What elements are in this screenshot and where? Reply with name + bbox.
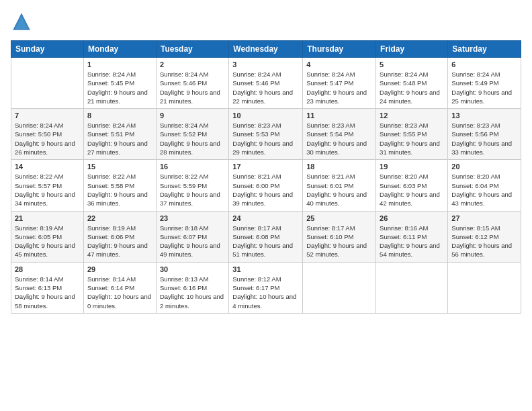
day-cell: 15Sunrise: 8:22 AMSunset: 5:58 PMDayligh… bbox=[83, 160, 156, 211]
day-cell bbox=[303, 262, 376, 313]
day-cell: 10Sunrise: 8:23 AMSunset: 5:53 PMDayligh… bbox=[229, 109, 303, 160]
day-info: Sunrise: 8:22 AMSunset: 5:59 PMDaylight:… bbox=[160, 172, 225, 208]
day-number: 1 bbox=[87, 60, 152, 68]
day-info: Sunrise: 8:19 AMSunset: 6:06 PMDaylight:… bbox=[87, 224, 152, 259]
day-cell: 14Sunrise: 8:22 AMSunset: 5:57 PMDayligh… bbox=[11, 160, 84, 211]
day-cell bbox=[448, 262, 521, 313]
day-info: Sunrise: 8:24 AMSunset: 5:50 PMDaylight:… bbox=[15, 121, 80, 156]
day-info: Sunrise: 8:20 AMSunset: 6:04 PMDaylight:… bbox=[451, 172, 517, 208]
day-cell: 25Sunrise: 8:17 AMSunset: 6:10 PMDayligh… bbox=[303, 211, 376, 262]
day-info: Sunrise: 8:18 AMSunset: 6:07 PMDaylight:… bbox=[160, 224, 225, 259]
day-cell: 22Sunrise: 8:19 AMSunset: 6:06 PMDayligh… bbox=[83, 211, 156, 262]
day-number: 31 bbox=[232, 265, 299, 273]
day-number: 23 bbox=[160, 214, 225, 222]
day-cell: 21Sunrise: 8:19 AMSunset: 6:05 PMDayligh… bbox=[11, 211, 84, 262]
day-info: Sunrise: 8:16 AMSunset: 6:11 PMDaylight:… bbox=[380, 224, 444, 259]
day-cell: 17Sunrise: 8:21 AMSunset: 6:00 PMDayligh… bbox=[229, 160, 303, 211]
day-number: 8 bbox=[87, 111, 152, 120]
day-number: 13 bbox=[451, 111, 517, 120]
week-row-5: 28Sunrise: 8:14 AMSunset: 6:13 PMDayligh… bbox=[11, 262, 521, 313]
day-cell: 30Sunrise: 8:13 AMSunset: 6:16 PMDayligh… bbox=[156, 262, 228, 313]
day-cell: 23Sunrise: 8:18 AMSunset: 6:07 PMDayligh… bbox=[156, 211, 228, 262]
day-info: Sunrise: 8:23 AMSunset: 5:54 PMDaylight:… bbox=[306, 121, 372, 156]
weekday-header-friday: Friday bbox=[376, 41, 448, 58]
day-number: 14 bbox=[15, 163, 80, 171]
day-cell: 3Sunrise: 8:24 AMSunset: 5:46 PMDaylight… bbox=[229, 58, 303, 109]
logo-icon bbox=[11, 11, 32, 32]
day-number: 2 bbox=[160, 60, 225, 68]
weekday-header-thursday: Thursday bbox=[303, 41, 376, 58]
day-cell bbox=[11, 58, 84, 109]
day-info: Sunrise: 8:13 AMSunset: 6:16 PMDaylight:… bbox=[160, 275, 225, 310]
day-number: 3 bbox=[232, 60, 299, 68]
day-cell: 4Sunrise: 8:24 AMSunset: 5:47 PMDaylight… bbox=[303, 58, 376, 109]
day-info: Sunrise: 8:17 AMSunset: 6:08 PMDaylight:… bbox=[232, 224, 299, 259]
day-cell: 24Sunrise: 8:17 AMSunset: 6:08 PMDayligh… bbox=[229, 211, 303, 262]
day-info: Sunrise: 8:24 AMSunset: 5:46 PMDaylight:… bbox=[160, 70, 225, 105]
weekday-header-tuesday: Tuesday bbox=[156, 41, 228, 58]
day-info: Sunrise: 8:14 AMSunset: 6:14 PMDaylight:… bbox=[87, 275, 152, 310]
day-info: Sunrise: 8:17 AMSunset: 6:10 PMDaylight:… bbox=[306, 224, 372, 259]
day-info: Sunrise: 8:20 AMSunset: 6:03 PMDaylight:… bbox=[380, 172, 444, 208]
day-number: 25 bbox=[306, 214, 372, 222]
day-number: 21 bbox=[15, 214, 80, 222]
day-number: 12 bbox=[380, 111, 444, 120]
day-number: 20 bbox=[451, 163, 517, 171]
day-number: 6 bbox=[451, 60, 517, 68]
logo bbox=[11, 11, 36, 32]
day-info: Sunrise: 8:24 AMSunset: 5:45 PMDaylight:… bbox=[87, 70, 152, 105]
day-info: Sunrise: 8:21 AMSunset: 6:00 PMDaylight:… bbox=[232, 172, 299, 208]
day-info: Sunrise: 8:24 AMSunset: 5:49 PMDaylight:… bbox=[451, 70, 517, 105]
day-info: Sunrise: 8:23 AMSunset: 5:56 PMDaylight:… bbox=[451, 121, 517, 156]
day-number: 9 bbox=[160, 111, 225, 120]
day-info: Sunrise: 8:22 AMSunset: 5:58 PMDaylight:… bbox=[87, 172, 152, 208]
day-cell: 12Sunrise: 8:23 AMSunset: 5:55 PMDayligh… bbox=[376, 109, 448, 160]
day-cell bbox=[376, 262, 448, 313]
day-cell: 26Sunrise: 8:16 AMSunset: 6:11 PMDayligh… bbox=[376, 211, 448, 262]
day-info: Sunrise: 8:14 AMSunset: 6:13 PMDaylight:… bbox=[15, 275, 80, 310]
weekday-header-wednesday: Wednesday bbox=[229, 41, 303, 58]
day-cell: 5Sunrise: 8:24 AMSunset: 5:48 PMDaylight… bbox=[376, 58, 448, 109]
calendar: SundayMondayTuesdayWednesdayThursdayFrid… bbox=[11, 40, 521, 314]
day-info: Sunrise: 8:19 AMSunset: 6:05 PMDaylight:… bbox=[15, 224, 80, 259]
day-cell: 18Sunrise: 8:21 AMSunset: 6:01 PMDayligh… bbox=[303, 160, 376, 211]
day-info: Sunrise: 8:24 AMSunset: 5:46 PMDaylight:… bbox=[232, 70, 299, 105]
day-cell: 11Sunrise: 8:23 AMSunset: 5:54 PMDayligh… bbox=[303, 109, 376, 160]
day-cell: 2Sunrise: 8:24 AMSunset: 5:46 PMDaylight… bbox=[156, 58, 228, 109]
day-info: Sunrise: 8:24 AMSunset: 5:52 PMDaylight:… bbox=[160, 121, 225, 156]
day-number: 11 bbox=[306, 111, 372, 120]
week-row-2: 7Sunrise: 8:24 AMSunset: 5:50 PMDaylight… bbox=[11, 109, 521, 160]
day-info: Sunrise: 8:23 AMSunset: 5:53 PMDaylight:… bbox=[232, 121, 299, 156]
day-info: Sunrise: 8:24 AMSunset: 5:51 PMDaylight:… bbox=[87, 121, 152, 156]
week-row-1: 1Sunrise: 8:24 AMSunset: 5:45 PMDaylight… bbox=[11, 58, 521, 109]
day-cell: 29Sunrise: 8:14 AMSunset: 6:14 PMDayligh… bbox=[83, 262, 156, 313]
day-number: 16 bbox=[160, 163, 225, 171]
day-info: Sunrise: 8:23 AMSunset: 5:55 PMDaylight:… bbox=[380, 121, 444, 156]
weekday-header-saturday: Saturday bbox=[448, 41, 521, 58]
day-number: 27 bbox=[451, 214, 517, 222]
day-cell: 16Sunrise: 8:22 AMSunset: 5:59 PMDayligh… bbox=[156, 160, 228, 211]
day-number: 18 bbox=[306, 163, 372, 171]
week-row-4: 21Sunrise: 8:19 AMSunset: 6:05 PMDayligh… bbox=[11, 211, 521, 262]
day-number: 7 bbox=[15, 111, 80, 120]
day-info: Sunrise: 8:21 AMSunset: 6:01 PMDaylight:… bbox=[306, 172, 372, 208]
day-number: 17 bbox=[232, 163, 299, 171]
day-number: 26 bbox=[380, 214, 444, 222]
day-number: 19 bbox=[380, 163, 444, 171]
day-cell: 9Sunrise: 8:24 AMSunset: 5:52 PMDaylight… bbox=[156, 109, 228, 160]
day-cell: 28Sunrise: 8:14 AMSunset: 6:13 PMDayligh… bbox=[11, 262, 84, 313]
day-cell: 27Sunrise: 8:15 AMSunset: 6:12 PMDayligh… bbox=[448, 211, 521, 262]
week-row-3: 14Sunrise: 8:22 AMSunset: 5:57 PMDayligh… bbox=[11, 160, 521, 211]
page: SundayMondayTuesdayWednesdayThursdayFrid… bbox=[0, 0, 532, 411]
weekday-header-sunday: Sunday bbox=[11, 41, 84, 58]
day-number: 5 bbox=[380, 60, 444, 68]
day-number: 28 bbox=[15, 265, 80, 273]
day-cell: 8Sunrise: 8:24 AMSunset: 5:51 PMDaylight… bbox=[83, 109, 156, 160]
weekday-header-row: SundayMondayTuesdayWednesdayThursdayFrid… bbox=[11, 41, 521, 58]
day-cell: 7Sunrise: 8:24 AMSunset: 5:50 PMDaylight… bbox=[11, 109, 84, 160]
day-info: Sunrise: 8:15 AMSunset: 6:12 PMDaylight:… bbox=[451, 224, 517, 259]
day-cell: 31Sunrise: 8:12 AMSunset: 6:17 PMDayligh… bbox=[229, 262, 303, 313]
day-cell: 13Sunrise: 8:23 AMSunset: 5:56 PMDayligh… bbox=[448, 109, 521, 160]
day-info: Sunrise: 8:24 AMSunset: 5:48 PMDaylight:… bbox=[380, 70, 444, 105]
day-number: 22 bbox=[87, 214, 152, 222]
